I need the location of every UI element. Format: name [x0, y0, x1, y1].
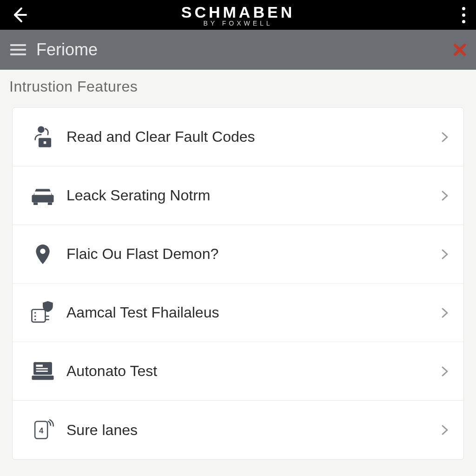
- svg-rect-16: [32, 376, 53, 380]
- list-item-label: Autonato Test: [62, 363, 439, 380]
- list-item[interactable]: Flaic Ou Flast Demon?: [13, 225, 463, 284]
- list-item[interactable]: Autonato Test: [13, 342, 463, 401]
- list-item-label: Sure lanes: [62, 422, 439, 439]
- laptop-icon: [24, 358, 62, 385]
- list-item-label: Leack Serating Notrm: [62, 187, 439, 204]
- sim-signal-icon: 4: [24, 417, 62, 443]
- back-button[interactable]: [11, 7, 28, 23]
- person-briefcase-icon: [24, 124, 62, 151]
- feature-list: Read and Clear Fault Codes Leack Seratin…: [12, 107, 464, 460]
- svg-rect-5: [33, 202, 38, 205]
- svg-rect-2: [44, 141, 46, 144]
- list-item[interactable]: Aamcal Test Fhailaleus: [13, 284, 463, 342]
- svg-text:4: 4: [39, 426, 44, 435]
- svg-rect-6: [48, 202, 52, 205]
- svg-point-11: [34, 318, 36, 320]
- subbar-title: Feriome: [36, 40, 98, 60]
- svg-rect-4: [34, 191, 51, 194]
- brand: SCHMABEN BY FOXWELL: [37, 3, 439, 27]
- chevron-right-icon: [439, 307, 450, 318]
- chevron-right-icon: [439, 190, 450, 201]
- overflow-menu-icon[interactable]: [462, 7, 465, 23]
- app-bar: SCHMABEN BY FOXWELL: [0, 0, 476, 30]
- list-item[interactable]: Read and Clear Fault Codes: [13, 108, 463, 166]
- chevron-right-icon: [439, 424, 450, 436]
- list-item-label: Read and Clear Fault Codes: [62, 128, 439, 145]
- list-item-label: Aamcal Test Fhailaleus: [62, 304, 439, 321]
- list-item[interactable]: Leack Serating Notrm: [13, 166, 463, 225]
- list-item[interactable]: 4 Sure lanes: [13, 401, 463, 459]
- svg-rect-14: [36, 368, 48, 369]
- brand-main: SCHMABEN: [37, 3, 439, 21]
- svg-point-0: [38, 126, 45, 133]
- svg-rect-15: [36, 370, 48, 372]
- svg-point-7: [40, 248, 45, 253]
- shield-chip-icon: [24, 299, 62, 326]
- sub-bar: Feriome: [0, 30, 476, 70]
- svg-point-9: [34, 312, 36, 314]
- chevron-right-icon: [439, 366, 450, 377]
- svg-rect-13: [36, 364, 43, 367]
- svg-point-10: [34, 315, 36, 317]
- svg-rect-8: [32, 309, 45, 322]
- list-item-label: Flaic Ou Flast Demon?: [62, 245, 439, 263]
- chevron-right-icon: [439, 249, 450, 260]
- car-icon: [24, 182, 62, 209]
- chevron-right-icon: [439, 132, 450, 143]
- pin-icon: [24, 242, 62, 266]
- section-title: Intrustion Features: [0, 70, 476, 99]
- svg-rect-3: [32, 195, 53, 202]
- close-icon[interactable]: [452, 42, 468, 58]
- hamburger-menu-icon[interactable]: [10, 44, 26, 55]
- brand-sub: BY FOXWELL: [37, 20, 439, 27]
